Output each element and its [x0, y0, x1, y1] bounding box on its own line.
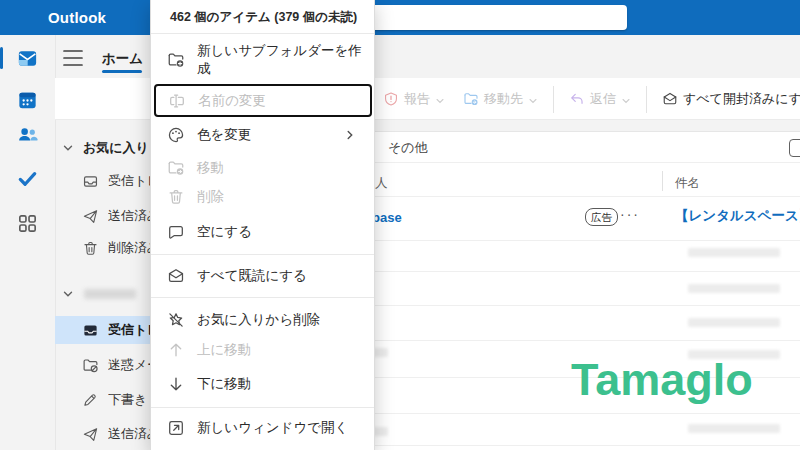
menu-item-mark-all-read[interactable]: すべて既読にする	[155, 259, 370, 293]
apps-icon	[16, 212, 39, 235]
tab-home-underline	[102, 70, 142, 73]
people-icon	[16, 123, 39, 146]
account-name-redacted	[84, 289, 136, 299]
mail-row-placeholder[interactable]	[688, 424, 780, 433]
send-icon	[82, 426, 99, 443]
sidebar-section-favorites[interactable]: お気に入り	[55, 134, 150, 162]
tab-home[interactable]: ホーム	[102, 47, 143, 70]
menu-item-label: 移動	[197, 159, 224, 177]
folder-move-icon	[167, 159, 185, 177]
ribbon-move-to-button: 移動先	[454, 84, 547, 114]
folder-add-icon	[167, 51, 185, 69]
palette-icon	[167, 126, 185, 144]
menu-item-change-color[interactable]: 色を変更	[155, 118, 370, 152]
mail-row-placeholder[interactable]	[688, 284, 780, 293]
sidebar-folder-junk[interactable]: 迷惑メール	[55, 351, 150, 379]
open-window-icon	[167, 419, 185, 437]
rail-item-calendar[interactable]	[0, 85, 54, 115]
ribbon-separator	[553, 86, 554, 113]
trash-icon	[82, 240, 99, 257]
ribbon-reply-button: 返信	[560, 84, 640, 114]
sidebar-folder-favorite-sent[interactable]: 送信済み	[55, 202, 150, 230]
rail-item-tasks[interactable]	[0, 163, 54, 193]
menu-divider	[151, 297, 374, 298]
column-header-sender[interactable]: 人	[375, 175, 388, 192]
mail-read-icon	[662, 91, 678, 107]
menu-item-label: 下に移動	[197, 375, 251, 393]
favorites-header-label: お気に入り	[83, 139, 149, 157]
delete-icon	[167, 188, 185, 206]
empty-icon	[167, 223, 185, 241]
menu-item-label: 空にする	[197, 223, 252, 241]
menu-item-move-up: 上に移動	[155, 333, 370, 367]
arrow-up-icon	[167, 341, 185, 359]
rail-item-people[interactable]	[0, 119, 54, 149]
menu-item-label: すべて既読にする	[197, 267, 307, 285]
ribbon-label: 報告	[404, 90, 430, 108]
menu-item-open-new-window[interactable]: 新しいウィンドウで開く	[155, 411, 370, 445]
rename-icon	[168, 92, 186, 110]
chevron-down-icon	[62, 288, 74, 300]
watermark-logo: Tamaglo	[571, 354, 753, 406]
calendar-icon	[16, 89, 39, 112]
tab-other[interactable]: その他	[388, 139, 428, 157]
filter-icon[interactable]	[789, 139, 800, 157]
chevron-right-icon	[344, 129, 356, 141]
rail-item-mail[interactable]	[0, 43, 54, 73]
outlook-window: Outlook ホーム 新規メール お気に入り 受信トレイ 送信済み 削除済み …	[0, 0, 800, 450]
menu-item-label: お気に入りから削除	[197, 311, 320, 329]
sidebar-folder-favorite-inbox[interactable]: 受信トレイ	[55, 167, 150, 195]
mail-sender[interactable]: base	[372, 210, 402, 225]
mail-icon	[16, 47, 39, 70]
mail-read-icon	[167, 267, 185, 285]
menu-item-rename: 名前の変更	[154, 84, 372, 117]
menu-item-remove-from-favorites[interactable]: お気に入りから削除	[155, 303, 370, 337]
chevron-down-icon	[621, 94, 631, 104]
menu-item-move-down[interactable]: 下に移動	[155, 367, 370, 401]
more-options-icon[interactable]: ···	[620, 206, 640, 222]
draft-icon	[82, 392, 99, 409]
inbox-icon	[82, 173, 99, 190]
junk-icon	[82, 357, 99, 374]
ribbon-separator	[646, 86, 647, 113]
mail-row-placeholder[interactable]	[688, 248, 780, 257]
column-separator	[662, 171, 663, 191]
folder-item-count: 462 個のアイテム (379 個の未読)	[170, 6, 357, 28]
column-header-subject[interactable]: 件名	[675, 175, 700, 192]
mail-row-placeholder[interactable]	[688, 318, 780, 327]
sidebar-folder-inbox[interactable]: 受信トレイ	[55, 316, 150, 344]
menu-item-label: 色を変更	[197, 126, 251, 144]
menu-divider	[151, 33, 374, 34]
ribbon-label: 返信	[590, 90, 616, 108]
menu-item-label: 新しいウィンドウで開く	[197, 419, 348, 437]
chevron-down-icon	[435, 94, 445, 104]
rail-item-apps[interactable]	[0, 208, 54, 238]
ribbon-label: すべて開封済みにする	[683, 90, 800, 108]
folder-move-icon	[463, 91, 479, 107]
sidebar-section-account[interactable]	[55, 280, 150, 308]
folder-context-menu: 462 個のアイテム (379 個の未読) 新しいサブフォルダーを作成 名前の変…	[150, 0, 375, 450]
app-rail	[0, 35, 56, 450]
mail-subject[interactable]: 【レンタルスペース】探す	[675, 207, 800, 225]
report-icon	[383, 91, 399, 107]
star-off-icon	[167, 311, 185, 329]
hamburger-menu-icon[interactable]	[63, 49, 83, 67]
sidebar-folder-sent[interactable]: 送信済み	[55, 420, 150, 448]
menu-item-delete: 削除	[155, 180, 370, 214]
menu-divider	[151, 407, 374, 408]
reply-icon	[569, 91, 585, 107]
sidebar-folder-favorite-deleted[interactable]: 削除済み	[55, 234, 150, 262]
menu-item-label: 削除	[197, 188, 224, 206]
chevron-down-icon	[62, 142, 74, 154]
menu-item-label: 上に移動	[197, 341, 251, 359]
menu-divider	[151, 254, 374, 255]
menu-item-create-subfolder[interactable]: 新しいサブフォルダーを作成	[155, 43, 370, 77]
app-title: Outlook	[48, 0, 106, 35]
arrow-down-icon	[167, 375, 185, 393]
sidebar-folder-drafts[interactable]: 下書き	[55, 386, 150, 414]
ad-badge: 広告	[585, 208, 618, 226]
menu-item-empty-folder[interactable]: 空にする	[155, 215, 370, 249]
tasks-icon	[16, 167, 39, 190]
ribbon-mark-all-opened-button[interactable]: すべて開封済みにする	[653, 84, 800, 114]
ribbon-report-button: 報告	[374, 84, 454, 114]
